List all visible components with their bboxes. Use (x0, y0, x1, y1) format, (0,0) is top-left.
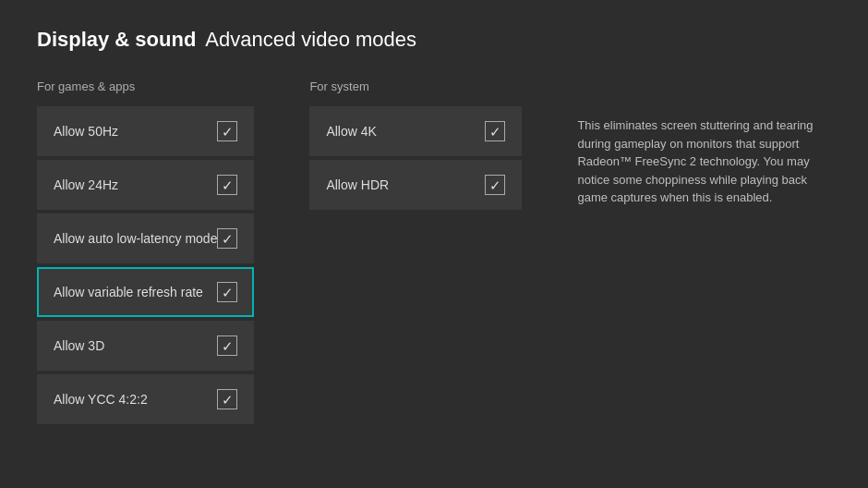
setting-item-allow-50hz[interactable]: Allow 50Hz (37, 106, 254, 156)
checkbox-allow-50hz[interactable] (217, 121, 237, 141)
setting-label-allow-ycc-422: Allow YCC 4:2:2 (54, 392, 148, 407)
checkbox-allow-3d[interactable] (217, 336, 237, 356)
header: Display & sound Advanced video modes (0, 0, 868, 70)
setting-item-allow-24hz[interactable]: Allow 24Hz (37, 160, 254, 210)
header-main-title: Display & sound (37, 28, 196, 52)
setting-item-allow-ycc-422[interactable]: Allow YCC 4:2:2 (37, 374, 254, 424)
system-title: For system (309, 79, 522, 93)
checkbox-allow-auto-low-latency[interactable] (217, 228, 237, 249)
description-text: This eliminates screen stuttering and te… (577, 107, 817, 207)
setting-item-allow-4k[interactable]: Allow 4K (309, 106, 522, 156)
description-panel: This eliminates screen stuttering and te… (577, 79, 817, 428)
checkbox-allow-4k[interactable] (485, 121, 505, 141)
setting-label-allow-variable-refresh-rate: Allow variable refresh rate (54, 285, 203, 299)
setting-item-allow-3d[interactable]: Allow 3D (37, 321, 254, 371)
checkbox-allow-24hz[interactable] (217, 175, 237, 195)
setting-label-allow-24hz: Allow 24Hz (54, 177, 118, 192)
header-sub-title: Advanced video modes (205, 28, 416, 52)
checkbox-allow-ycc-422[interactable] (217, 389, 237, 409)
checkbox-allow-variable-refresh-rate[interactable] (217, 282, 237, 302)
games-apps-title: For games & apps (37, 79, 254, 93)
setting-label-allow-hdr: Allow HDR (326, 177, 389, 192)
setting-label-allow-3d: Allow 3D (54, 338, 104, 353)
system-column: For system Allow 4KAllow HDR (309, 79, 522, 428)
checkbox-allow-hdr[interactable] (485, 175, 505, 195)
setting-item-allow-auto-low-latency[interactable]: Allow auto low-latency mode (37, 214, 254, 263)
setting-item-allow-variable-refresh-rate[interactable]: Allow variable refresh rate (37, 267, 254, 317)
setting-label-allow-4k: Allow 4K (326, 124, 376, 139)
setting-label-allow-50hz: Allow 50Hz (54, 124, 118, 139)
setting-label-allow-auto-low-latency: Allow auto low-latency mode (54, 231, 217, 246)
games-apps-column: For games & apps Allow 50HzAllow 24HzAll… (37, 79, 254, 428)
setting-item-allow-hdr[interactable]: Allow HDR (309, 160, 522, 210)
